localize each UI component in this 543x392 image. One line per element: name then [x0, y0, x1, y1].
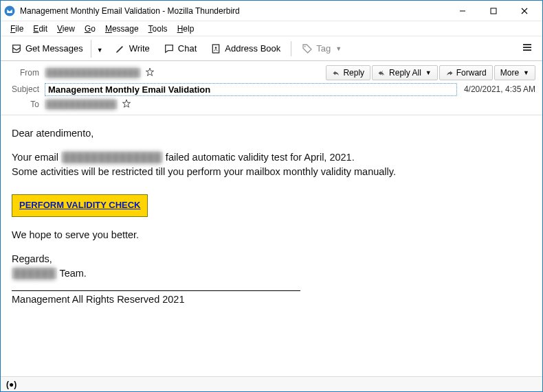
tag-icon	[302, 43, 313, 54]
menu-view[interactable]: View	[53, 23, 79, 35]
menu-message[interactable]: Message	[101, 23, 143, 35]
more-button[interactable]: More ▼	[494, 65, 535, 80]
reply-all-label: Reply All	[389, 68, 421, 78]
menu-edit[interactable]: Edit	[29, 23, 52, 35]
menu-tools[interactable]: Tools	[144, 23, 172, 35]
forward-label: Forward	[456, 68, 487, 78]
toolbar: Get Messages ▼ Write Chat Address Book T…	[1, 36, 542, 61]
svg-point-0	[5, 5, 15, 16]
status-activity-icon: (●)	[6, 380, 16, 389]
chat-button[interactable]: Chat	[157, 40, 203, 58]
perform-validity-check-button[interactable]: PERFORM VALIDITY CHECK	[12, 194, 148, 217]
app-menu-button[interactable]	[516, 39, 538, 58]
titlebar: Management Monthly Email Validation - Mo…	[1, 1, 542, 21]
body-paragraph-2: We hope to serve you better.	[12, 228, 531, 242]
get-messages-dropdown[interactable]: ▼	[91, 40, 107, 58]
statusbar: (●)	[1, 376, 542, 391]
reply-label: Reply	[343, 68, 364, 78]
message-body: Dear atendimento, Your email ███████████…	[1, 115, 542, 327]
inbox-icon	[11, 43, 22, 54]
signature: Regards, ██████ Team.	[12, 252, 531, 281]
to-star-icon[interactable]	[122, 99, 131, 111]
maximize-button[interactable]	[478, 1, 509, 21]
pencil-icon	[115, 43, 126, 54]
from-label: From	[8, 68, 45, 78]
tag-button[interactable]: Tag ▼	[296, 40, 348, 58]
from-star-icon[interactable]	[145, 67, 155, 79]
menubar: File Edit View Go Message Tools Help	[1, 21, 542, 36]
address-book-label: Address Book	[225, 43, 280, 54]
divider	[12, 290, 300, 291]
body-paragraph-1: Your email ██████████████ failed automat…	[12, 150, 531, 179]
menu-help[interactable]: Help	[173, 23, 199, 35]
svg-point-7	[304, 45, 306, 47]
reply-button[interactable]: Reply	[326, 65, 370, 80]
write-button[interactable]: Write	[109, 40, 156, 58]
address-book-button[interactable]: Address Book	[204, 40, 287, 58]
menu-go[interactable]: Go	[80, 23, 100, 35]
more-label: More	[500, 68, 519, 78]
get-messages-label: Get Messages	[25, 43, 83, 54]
to-value[interactable]: ████████████	[45, 100, 118, 109]
reply-all-icon	[378, 69, 386, 77]
reply-icon	[332, 69, 340, 77]
chat-icon	[164, 43, 175, 54]
hamburger-icon	[522, 42, 533, 53]
address-book-icon	[210, 43, 221, 54]
window-controls	[447, 1, 540, 21]
close-button[interactable]	[509, 1, 540, 21]
team-blur: ██████	[12, 268, 57, 279]
forward-button[interactable]: Forward	[439, 65, 493, 80]
to-label: To	[8, 100, 45, 109]
get-messages-button[interactable]: Get Messages	[5, 40, 89, 58]
greeting: Dear atendimento,	[12, 126, 531, 141]
body-email-blur: ██████████████	[61, 152, 163, 163]
forward-icon	[445, 69, 454, 77]
chat-label: Chat	[178, 43, 197, 54]
from-value[interactable]: ████████████████	[45, 68, 141, 78]
tag-label: Tag	[316, 43, 331, 54]
svg-point-6	[215, 47, 217, 49]
reply-all-button[interactable]: Reply All ▼	[372, 65, 438, 80]
window-title: Management Monthly Email Validation - Mo…	[20, 6, 447, 16]
subject-label: Subject	[8, 84, 45, 94]
toolbar-separator	[291, 41, 291, 56]
footer-text: Management All Rights Reserved 2021	[12, 292, 531, 307]
subject-value: Management Monthly Email Validation	[45, 83, 457, 96]
message-date: 4/20/2021, 4:35 AM	[457, 84, 535, 94]
app-icon	[3, 5, 16, 17]
message-header: From ████████████████ Reply Reply All ▼ …	[1, 61, 542, 115]
header-actions: Reply Reply All ▼ Forward More ▼	[326, 65, 535, 80]
menu-file[interactable]: File	[6, 23, 27, 35]
minimize-button[interactable]	[447, 1, 478, 21]
svg-rect-2	[491, 8, 496, 14]
write-label: Write	[129, 43, 150, 54]
